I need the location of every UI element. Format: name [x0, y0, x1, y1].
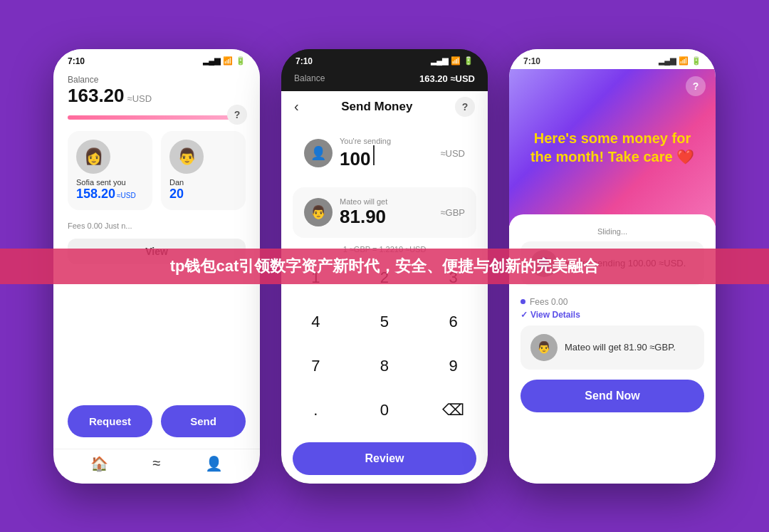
bottom-nav: 🏠 ≈ 👤 [53, 449, 260, 484]
contact-card-sofia[interactable]: 👩 Sofia sent you 158.20 ≈USD [68, 131, 152, 210]
signal-icon: ▂▄▆ [203, 56, 220, 66]
watermark: tp钱包cat引领数字资产新时代，安全、便捷与创新的完美融合 [0, 249, 769, 284]
balance-header: Balance 163.20 ≈USD ? [53, 69, 260, 115]
send-money-title: Send Money [341, 100, 412, 114]
receiving-row: 👨 Mateo will get 81.90 ≈GBP. [520, 325, 704, 370]
receive-info: Mateo will get 81.90 [340, 197, 433, 228]
key-0[interactable]: 0 [350, 392, 419, 429]
mateo-gets-text: Mateo will get 81.90 ≈GBP. [565, 342, 676, 353]
key-6[interactable]: 6 [419, 303, 488, 340]
contact-card-dan[interactable]: 👨 Dan 20 [161, 131, 246, 210]
p2-balance-label: Balance [294, 73, 325, 83]
receive-section: 👨 Mateo will get 81.90 ≈GBP [293, 187, 476, 238]
phone2-header: ‹ Send Money ? [281, 91, 488, 127]
help-button-2[interactable]: ? [455, 97, 475, 117]
time-2: 7:10 [295, 56, 313, 66]
to-currency: ≈GBP [440, 207, 465, 218]
phone1-footer: Request Send [53, 397, 260, 449]
home-icon[interactable]: 🏠 [90, 455, 108, 472]
status-icons-2: ▂▄▆ 📶 🔋 [431, 56, 474, 66]
p2-balance-amount: 163.20 ≈USD [419, 73, 475, 84]
chevron-down-icon: ✓ [520, 310, 528, 320]
dan-name: Dan [169, 178, 237, 187]
time-1: 7:10 [68, 56, 85, 66]
help-button-3[interactable]: ? [686, 76, 706, 96]
transfer-icon[interactable]: ≈ [153, 455, 161, 472]
status-bar-1: 7:10 ▂▄▆ 📶 🔋 [53, 49, 260, 69]
help-button-1[interactable]: ? [227, 105, 247, 125]
wifi-icon-2: 📶 [451, 56, 461, 66]
balance-label: Balance [68, 75, 246, 85]
phone2-white-area: ‹ Send Money ? 👤 You're sending 100 ≈USD… [281, 91, 488, 484]
battery-icon-3: 🔋 [691, 56, 701, 66]
fees-row: Fees 0.00 Just n... [53, 221, 260, 233]
from-currency: ≈USD [440, 148, 465, 159]
key-9[interactable]: 9 [419, 348, 488, 385]
fees-dot [520, 299, 525, 304]
dan-amount: 20 [169, 187, 184, 202]
request-button[interactable]: Request [68, 405, 152, 437]
time-3: 7:10 [523, 56, 540, 66]
send-now-button[interactable]: Send Now [520, 380, 704, 412]
view-details-text[interactable]: View Details [530, 310, 580, 320]
status-icons-3: ▂▄▆ 📶 🔋 [659, 56, 701, 66]
balance-currency: ≈USD [127, 93, 152, 104]
wifi-icon-3: 📶 [679, 56, 689, 66]
just-now: Just n... [105, 221, 132, 230]
receive-amount: 81.90 [340, 206, 433, 228]
sofia-avatar: 👩 [76, 140, 110, 174]
review-button[interactable]: Review [293, 442, 476, 475]
fees-label-3: Fees 0.00 [530, 297, 567, 307]
send-amount: 100 [340, 145, 433, 170]
contacts-row: 👩 Sofia sent you 158.20 ≈USD 👨 Dan 20 [53, 131, 260, 221]
view-details-link[interactable]: ✓ View Details [520, 310, 704, 325]
gradient-header: Here's some money for the month! Take ca… [509, 69, 716, 226]
dan-avatar: 👨 [169, 140, 204, 174]
mateo-avatar-3: 👨 [530, 334, 558, 361]
cursor [373, 145, 375, 165]
profile-icon[interactable]: 👤 [205, 455, 223, 472]
send-info: You're sending 100 [340, 137, 433, 170]
wifi-icon: 📶 [223, 56, 233, 66]
key-4[interactable]: 4 [281, 303, 350, 340]
key-8[interactable]: 8 [350, 348, 419, 385]
battery-icon-2: 🔋 [464, 56, 474, 66]
message-text: Here's some money for the month! Take ca… [523, 129, 701, 166]
sliding-text: Sliding... [520, 226, 704, 241]
fees-label: Fees 0.00 [68, 221, 103, 230]
youre-sending-label: You're sending [340, 137, 433, 145]
key-backspace[interactable]: ⌫ [419, 392, 488, 429]
status-icons-1: ▂▄▆ 📶 🔋 [203, 56, 246, 66]
battery-icon: 🔋 [236, 56, 246, 66]
signal-icon-2: ▂▄▆ [431, 56, 448, 66]
sofia-name: Sofia sent you [76, 178, 144, 187]
numpad: 1 2 3 4 5 6 7 8 9 . 0 ⌫ [281, 259, 488, 437]
signal-icon-3: ▂▄▆ [659, 56, 676, 66]
amount-value: 100 [340, 148, 370, 170]
key-5[interactable]: 5 [350, 303, 419, 340]
phone2-topbar: Balance 163.20 ≈USD [281, 69, 488, 91]
key-7[interactable]: 7 [281, 348, 350, 385]
key-dot[interactable]: . [281, 392, 350, 429]
sofia-amount: 158.20 [76, 187, 115, 202]
back-button[interactable]: ‹ [294, 98, 299, 115]
sofia-currency: ≈USD [117, 192, 136, 199]
send-button[interactable]: Send [161, 405, 246, 437]
balance-amount: 163.20 [68, 85, 125, 107]
fees-detail: Fees 0.00 [520, 293, 704, 310]
progress-bar [68, 115, 246, 120]
mateo-will-get-label: Mateo will get [340, 197, 433, 206]
receive-amount-value: 81.90 [340, 206, 386, 228]
sending-section: 👤 You're sending 100 ≈USD [293, 127, 476, 180]
status-bar-3: 7:10 ▂▄▆ 📶 🔋 [509, 49, 716, 69]
status-bar-2: 7:10 ▂▄▆ 📶 🔋 [281, 49, 488, 69]
mateo-avatar: 👨 [304, 198, 333, 226]
sender-avatar-2: 👤 [304, 139, 333, 167]
